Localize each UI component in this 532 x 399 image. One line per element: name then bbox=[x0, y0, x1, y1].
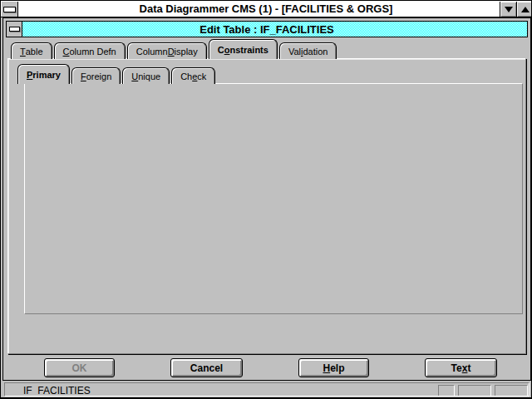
control-menu-icon bbox=[9, 27, 20, 32]
minimize-button[interactable] bbox=[500, 2, 516, 17]
screen: Data Diagrammer CMS (1) - [FACILITIES & … bbox=[0, 0, 532, 399]
control-menu-icon bbox=[3, 7, 16, 12]
text-button[interactable]: Text bbox=[425, 358, 497, 377]
maximize-button[interactable] bbox=[516, 2, 532, 17]
dialog-control-menu-button[interactable] bbox=[7, 22, 22, 37]
main-tab-bar: Table Column Defn Column Display Constra… bbox=[11, 40, 338, 59]
ok-button[interactable]: OK bbox=[44, 358, 115, 377]
statusbar-panel bbox=[458, 385, 491, 397]
dialog-titlebar: Edit Table : IF_FACILITIES bbox=[6, 21, 528, 37]
dialog-title: Edit Table : IF_FACILITIES bbox=[7, 23, 527, 36]
status-bar: IF_FACILITIES bbox=[4, 382, 530, 397]
maximize-icon bbox=[521, 7, 530, 12]
status-text: IF_FACILITIES bbox=[23, 385, 91, 397]
main-window-title: Data Diagrammer CMS (1) - [FACILITIES & … bbox=[1, 2, 531, 15]
constraint-type-tab-bar: Primary Foreign Unique Check bbox=[17, 65, 217, 84]
primary-constraint-groupbox bbox=[24, 83, 523, 314]
tab-column-defn[interactable]: Column Defn bbox=[54, 42, 126, 59]
main-window-titlebar: Data Diagrammer CMS (1) - [FACILITIES & … bbox=[1, 1, 531, 17]
help-button[interactable]: Help bbox=[298, 358, 369, 377]
tab-table[interactable]: Table bbox=[11, 42, 52, 59]
tab-validation[interactable]: Validation bbox=[279, 42, 337, 59]
tab-column-display[interactable]: Column Display bbox=[127, 42, 207, 59]
cancel-button[interactable]: Cancel bbox=[170, 358, 243, 377]
tab-constraints[interactable]: Constraints bbox=[209, 39, 278, 59]
subtab-foreign[interactable]: Foreign bbox=[71, 67, 121, 84]
subtab-check[interactable]: Check bbox=[171, 67, 215, 84]
main-control-menu-button[interactable] bbox=[2, 2, 18, 17]
subtab-unique[interactable]: Unique bbox=[122, 67, 170, 84]
minimize-icon bbox=[505, 7, 513, 12]
subtab-primary[interactable]: Primary bbox=[17, 64, 70, 84]
statusbar-panel bbox=[438, 385, 455, 397]
statusbar-panel bbox=[495, 385, 528, 397]
